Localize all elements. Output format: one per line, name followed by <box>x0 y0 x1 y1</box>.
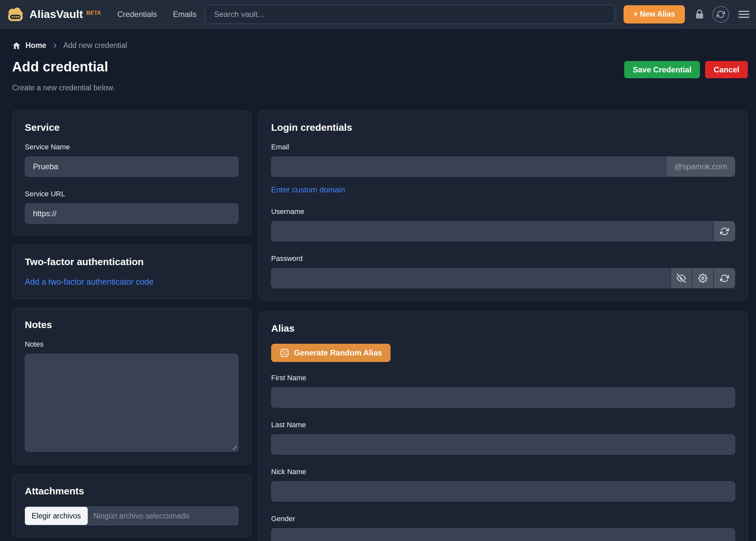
username-field: Username <box>271 208 735 241</box>
toggle-password-visibility-button[interactable] <box>670 269 692 288</box>
service-name-input[interactable] <box>25 157 239 177</box>
breadcrumb: Home Add new credential <box>12 41 748 50</box>
alias-card: Alias <box>258 311 748 541</box>
nav-link-credentials[interactable]: Credentials <box>117 10 157 19</box>
email-field: Email @spamok.com Enter custom domain <box>271 143 735 194</box>
page-title: Add credential <box>12 59 108 75</box>
file-status-text: Ningún archivo seleccionado <box>93 512 189 520</box>
aliasvault-logo <box>6 5 25 24</box>
sync-icon[interactable] <box>712 6 729 23</box>
gender-field: Gender <box>271 515 735 541</box>
beta-badge: BETA <box>86 10 101 16</box>
right-column: Login credentials Email @spamok.com Ente… <box>258 111 748 541</box>
username-input[interactable] <box>271 222 713 241</box>
choose-files-button[interactable]: Elegir archivos <box>25 507 88 525</box>
breadcrumb-home-label: Home <box>25 41 46 50</box>
service-name-field: Service Name <box>25 143 239 177</box>
new-alias-button[interactable]: + New Alias <box>624 5 685 23</box>
generate-random-alias-label: Generate Random Alias <box>294 348 382 357</box>
top-navbar: AliasVault BETA Credentials Emails + New… <box>0 0 756 29</box>
email-label: Email <box>271 143 735 151</box>
add-twofactor-link[interactable]: Add a two-factor authenticator code <box>25 277 154 286</box>
service-heading: Service <box>25 122 239 133</box>
email-input[interactable] <box>271 157 667 177</box>
page-subtitle: Create a new credential below. <box>12 84 748 92</box>
alias-heading: Alias <box>271 323 735 334</box>
generate-random-alias-button[interactable]: Generate Random Alias <box>271 344 391 362</box>
nav-link-emails[interactable]: Emails <box>173 10 196 19</box>
menu-icon[interactable] <box>738 9 750 19</box>
generate-username-button[interactable] <box>713 222 735 241</box>
login-heading: Login credentials <box>271 122 735 133</box>
generate-password-button[interactable] <box>713 269 735 288</box>
service-url-label: Service URL <box>25 190 239 198</box>
email-domain-suffix: @spamok.com <box>667 157 735 177</box>
refresh-icon <box>720 227 729 236</box>
password-settings-button[interactable] <box>692 269 713 288</box>
brand-name: AliasVault <box>29 8 83 21</box>
custom-domain-link[interactable]: Enter custom domain <box>271 185 345 194</box>
first-name-label: First Name <box>271 374 735 382</box>
attachments-heading: Attachments <box>25 486 239 497</box>
service-name-label: Service Name <box>25 143 239 151</box>
home-icon <box>12 41 21 50</box>
notes-heading: Notes <box>25 319 239 330</box>
notes-textarea[interactable] <box>25 354 239 452</box>
attachments-file-input[interactable]: Elegir archivos Ningún archivo seleccion… <box>25 506 239 525</box>
username-input-group <box>271 221 735 241</box>
twofactor-heading: Two-factor authentication <box>25 256 239 268</box>
chevron-right-icon <box>51 42 58 50</box>
brand[interactable]: AliasVault BETA <box>6 5 101 24</box>
nick-name-field: Nick Name <box>271 468 735 502</box>
attachments-card: Attachments Elegir archivos Ningún archi… <box>12 474 251 537</box>
main-content: Home Add new credential Add credential S… <box>0 29 756 541</box>
last-name-input[interactable] <box>271 434 735 455</box>
gender-label: Gender <box>271 515 735 523</box>
password-field: Password <box>271 255 735 288</box>
main-nav: Credentials Emails <box>117 10 196 19</box>
first-name-field: First Name <box>271 374 735 408</box>
twofactor-card: Two-factor authentication Add a two-fact… <box>12 245 251 299</box>
password-input[interactable] <box>271 269 670 288</box>
last-name-field: Last Name <box>271 421 735 455</box>
eye-off-icon <box>677 273 686 283</box>
login-credentials-card: Login credentials Email @spamok.com Ente… <box>258 111 748 300</box>
service-url-input[interactable] <box>25 204 239 224</box>
notes-card: Notes Notes <box>12 308 251 465</box>
breadcrumb-home[interactable]: Home <box>12 41 46 50</box>
dice-icon <box>280 348 289 358</box>
header-actions: Save Credential Cancel <box>624 61 748 78</box>
notes-field: Notes <box>25 340 239 453</box>
username-label: Username <box>271 208 735 216</box>
save-credential-button[interactable]: Save Credential <box>624 61 700 78</box>
page-header: Add credential Save Credential Cancel <box>12 59 748 78</box>
password-input-group <box>271 268 735 288</box>
left-column: Service Service Name Service URL Two-fac… <box>12 111 251 537</box>
lock-icon[interactable] <box>695 9 704 20</box>
last-name-label: Last Name <box>271 421 735 429</box>
service-url-field: Service URL <box>25 190 239 224</box>
gear-icon <box>698 273 707 283</box>
first-name-input[interactable] <box>271 387 735 408</box>
password-label: Password <box>271 255 735 263</box>
search-input[interactable] <box>205 5 615 24</box>
nick-name-label: Nick Name <box>271 468 735 476</box>
email-input-group: @spamok.com <box>271 157 735 177</box>
service-card: Service Service Name Service URL <box>12 111 251 236</box>
nick-name-input[interactable] <box>271 481 735 502</box>
refresh-icon <box>720 274 729 283</box>
cancel-button[interactable]: Cancel <box>705 61 748 78</box>
breadcrumb-current: Add new credential <box>63 41 127 50</box>
gender-input[interactable] <box>271 528 735 541</box>
notes-label: Notes <box>25 340 239 348</box>
form-columns: Service Service Name Service URL Two-fac… <box>12 111 748 541</box>
